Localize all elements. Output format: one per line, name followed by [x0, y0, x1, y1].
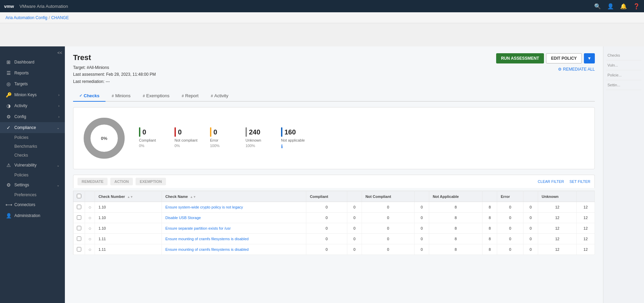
sidebar-item-administration[interactable]: 👤 Administration — [0, 210, 65, 221]
right-panel-item-vuln[interactable]: Vuln... — [606, 60, 641, 70]
targets-icon: ◎ — [5, 81, 12, 87]
tab-report[interactable]: # Report — [176, 90, 205, 102]
row-status: ○ — [85, 213, 95, 223]
sidebar-item-policies[interactable]: Policies — [0, 133, 65, 142]
sidebar-item-checks[interactable]: Checks — [0, 151, 65, 160]
row-unknown2: 12 — [576, 223, 594, 234]
tab-exemptions[interactable]: # Exemptions — [137, 90, 176, 102]
stat-label-compliant: Compliant — [139, 138, 166, 142]
row-checkbox[interactable] — [73, 234, 85, 244]
dropdown-button[interactable]: ▼ — [584, 53, 595, 63]
row-error2: 0 — [523, 213, 538, 223]
row-checkbox[interactable] — [73, 213, 85, 223]
edit-policy-button[interactable]: EDIT POLICY — [546, 53, 582, 63]
tab-activity[interactable]: # Activity — [205, 90, 234, 102]
col-check-name[interactable]: Check Name ▲▼ — [162, 191, 306, 202]
tab-checks[interactable]: ✓ Checks — [73, 90, 106, 102]
col-not-compliant[interactable]: Not Compliant — [362, 191, 415, 202]
col-compliant2 — [347, 191, 362, 202]
row-checkbox[interactable] — [73, 244, 85, 255]
sidebar-item-dashboard[interactable]: ⊞ Dashboard — [0, 57, 65, 68]
col-error[interactable]: Error — [497, 191, 523, 202]
check-name-link[interactable]: Disable USB Storage — [165, 216, 201, 220]
row-check-name[interactable]: Ensure mounting of cramfs filesystems is… — [162, 244, 306, 255]
sidebar-item-preferences[interactable]: Preferences — [0, 190, 65, 199]
reports-icon: ☰ — [5, 70, 12, 76]
stat-pct-not-compliant: 0% — [174, 144, 202, 148]
row-not-applicable2: 8 — [482, 202, 497, 213]
right-panel-item-policies[interactable]: Policie... — [606, 70, 641, 80]
select-all-checkbox[interactable] — [77, 194, 81, 198]
row-check-name[interactable]: Ensure mounting of cramfs filesystems is… — [162, 234, 306, 244]
sidebar-item-compliance[interactable]: ✓ Compliance ⌄ — [0, 122, 65, 133]
stat-not-compliant: 0 Not compliant 0% — [174, 127, 202, 149]
remediate-button[interactable]: REMEDIATE — [78, 178, 108, 185]
remediate-all-link[interactable]: ⚙ REMEDIATE ALL — [558, 67, 595, 72]
row-check-name[interactable]: Disable USB Storage — [162, 213, 306, 223]
col-checkbox — [73, 191, 85, 202]
run-assessment-button[interactable]: RUN ASSESSMENT — [496, 53, 544, 63]
col-not-applicable[interactable]: Not Applicable — [429, 191, 482, 202]
donut-chart: 0% — [80, 114, 128, 162]
col-check-number[interactable]: Check Number ▲▼ — [95, 191, 162, 202]
check-name-link[interactable]: Ensure system-wide crypto policy is not … — [165, 205, 243, 209]
status-circle-icon: ○ — [88, 236, 91, 242]
sidebar-item-benchmarks[interactable]: Benchmarks — [0, 142, 65, 151]
check-name-link[interactable]: Ensure mounting of cramfs filesystems is… — [165, 237, 249, 241]
last-remediation-value: --- — [106, 79, 110, 84]
row-check-name[interactable]: Ensure system-wide crypto policy is not … — [162, 202, 306, 213]
sidebar-item-config[interactable]: ⚙ Config › — [0, 111, 65, 122]
info-icon[interactable]: ℹ — [281, 144, 308, 149]
row-select-checkbox[interactable] — [77, 215, 81, 220]
check-name-link[interactable]: Ensure separate partition exists for /us… — [165, 226, 230, 230]
sidebar-item-vulnerability[interactable]: ⚠ Vulnerability ⌄ — [0, 160, 65, 171]
row-check-name[interactable]: Ensure separate partition exists for /us… — [162, 223, 306, 234]
sort-icon[interactable]: ▲▼ — [190, 195, 196, 199]
sidebar-item-reports[interactable]: ☰ Reports — [0, 68, 65, 78]
exemption-button[interactable]: EXEMPTION — [136, 178, 166, 185]
col-unknown[interactable]: Unknown — [538, 191, 577, 202]
sort-icon[interactable]: ▲▼ — [127, 195, 133, 199]
col-compliant[interactable]: Compliant — [306, 191, 347, 202]
row-select-checkbox[interactable] — [77, 247, 81, 251]
sidebar-item-connectors[interactable]: ⟷ Connectors — [0, 199, 65, 210]
breadcrumb-link-2[interactable]: CHANGE — [51, 15, 69, 20]
search-icon[interactable]: 🔍 — [594, 3, 601, 10]
row-not-compliant2: 0 — [414, 213, 429, 223]
sidebar-item-settings[interactable]: ⚙ Settings ⌄ — [0, 179, 65, 190]
bell-icon[interactable]: 🔔 — [620, 3, 627, 10]
top-bar: vmw VMware Aria Automation 🔍 👤 🔔 ❓ — [0, 0, 644, 12]
sidebar-item-targets[interactable]: ◎ Targets — [0, 78, 65, 89]
clear-filter-link[interactable]: CLEAR FILTER — [538, 179, 564, 184]
col-unknown-label: Unknown — [542, 194, 559, 199]
row-check-number: 1.10 — [95, 202, 162, 213]
vulnerability-icon: ⚠ — [5, 162, 12, 168]
row-select-checkbox[interactable] — [77, 236, 81, 241]
sidebar-item-minion-keys[interactable]: 🔑 Minion Keys › — [0, 89, 65, 100]
right-panel-item-settings[interactable]: Settin... — [606, 80, 641, 90]
row-select-checkbox[interactable] — [77, 226, 81, 230]
sidebar-collapse-button[interactable]: << — [0, 49, 65, 57]
tab-minions[interactable]: # Minions — [106, 90, 137, 102]
stat-not-applicable: 160 Not applicable ℹ — [281, 127, 308, 149]
right-panel-item-checks[interactable]: Checks — [606, 50, 641, 60]
row-checkbox[interactable] — [73, 223, 85, 234]
row-not-compliant: 0 — [362, 202, 415, 213]
sidebar-item-vuln-policies[interactable]: Policies — [0, 171, 65, 179]
row-checkbox[interactable] — [73, 202, 85, 213]
stat-bar-unknown — [246, 127, 247, 137]
action-button[interactable]: ACTION — [110, 178, 133, 185]
help-icon[interactable]: ❓ — [633, 3, 640, 10]
status-circle-icon: ○ — [88, 215, 91, 220]
sidebar-item-activity[interactable]: ◑ Activity › — [0, 100, 65, 111]
col-unknown2 — [576, 191, 594, 202]
user-icon[interactable]: 👤 — [607, 3, 614, 10]
breadcrumb-link-1[interactable]: Aria Automation Config — [5, 15, 47, 20]
row-compliant: 0 — [306, 234, 347, 244]
set-filter-link[interactable]: SET FILTER — [570, 179, 590, 184]
col-status — [85, 191, 95, 202]
compliance-icon: ✓ — [5, 125, 12, 130]
chevron-right-icon: › — [58, 115, 59, 119]
row-select-checkbox[interactable] — [77, 205, 81, 209]
check-name-link[interactable]: Ensure mounting of cramfs filesystems is… — [165, 247, 249, 251]
